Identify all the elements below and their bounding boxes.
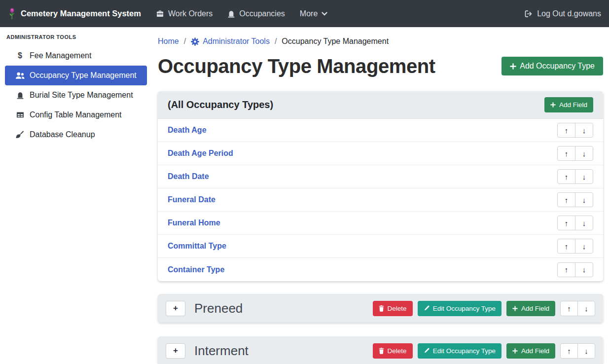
move-down-button[interactable]: ↓ xyxy=(577,301,595,316)
move-down-button[interactable]: ↓ xyxy=(575,262,593,277)
sidebar-item-label: Burial Site Type Management xyxy=(30,91,133,100)
breadcrumb-admin-tools-link[interactable]: Administrator Tools xyxy=(191,37,270,46)
reorder-group: ↑ ↓ xyxy=(557,146,593,161)
nav-work-orders-label: Work Orders xyxy=(168,9,213,18)
move-up-button[interactable]: ↑ xyxy=(560,301,578,316)
pencil-icon xyxy=(424,348,430,354)
add-occupancy-type-button[interactable]: Add Occupancy Type xyxy=(502,57,603,75)
sidebar-item-database-cleanup[interactable]: Database Cleanup xyxy=(5,125,147,145)
app-brand[interactable]: Cemetery Management System xyxy=(8,8,141,20)
reorder-group: ↑ ↓ xyxy=(557,262,593,277)
nav-more[interactable]: More xyxy=(300,9,327,18)
move-down-button[interactable]: ↓ xyxy=(575,123,593,138)
add-field-button[interactable]: Add Field xyxy=(506,343,555,359)
expand-toggle-button[interactable]: + xyxy=(166,301,185,316)
sidebar: Administrator Tools $ Fee Management Occ… xyxy=(0,27,152,364)
down-arrow-icon: ↓ xyxy=(584,304,588,313)
add-field-button[interactable]: Add Field xyxy=(544,97,593,112)
breadcrumb-home-link[interactable]: Home xyxy=(158,37,179,46)
move-down-button[interactable]: ↓ xyxy=(575,169,593,184)
pencil-icon xyxy=(424,305,430,311)
sidebar-item-label: Occupancy Type Management xyxy=(30,71,137,80)
field-link[interactable]: Container Type xyxy=(168,265,224,274)
plus-icon xyxy=(550,102,556,108)
sidebar-item-label: Fee Management xyxy=(30,51,91,60)
move-up-button[interactable]: ↑ xyxy=(557,262,575,277)
table-icon xyxy=(15,111,25,119)
delete-button[interactable]: Delete xyxy=(373,301,413,316)
users-icon xyxy=(15,72,25,79)
move-down-button[interactable]: ↓ xyxy=(575,146,593,161)
move-up-button[interactable]: ↑ xyxy=(560,343,578,359)
edit-occupancy-type-button[interactable]: Edit Occupancy Type xyxy=(418,343,502,359)
expand-toggle-button[interactable]: + xyxy=(166,343,185,359)
edit-label: Edit Occupancy Type xyxy=(433,347,496,355)
trash-icon xyxy=(379,348,384,354)
up-arrow-icon: ↑ xyxy=(565,242,569,251)
up-arrow-icon: ↑ xyxy=(565,126,569,135)
move-up-button[interactable]: ↑ xyxy=(557,192,575,207)
down-arrow-icon: ↓ xyxy=(582,173,586,181)
nav-work-orders[interactable]: Work Orders xyxy=(156,9,213,18)
edit-label: Edit Occupancy Type xyxy=(433,305,496,312)
delete-button[interactable]: Delete xyxy=(373,343,413,359)
sidebar-item-fee-management[interactable]: $ Fee Management xyxy=(5,46,147,66)
up-arrow-icon: ↑ xyxy=(565,196,569,204)
move-up-button[interactable]: ↑ xyxy=(557,146,575,161)
section-actions: Delete Edit Occupancy Type Add Field xyxy=(373,301,595,316)
edit-occupancy-type-button[interactable]: Edit Occupancy Type xyxy=(418,301,502,316)
move-up-button[interactable]: ↑ xyxy=(557,216,575,230)
sidebar-item-label: Config Table Management xyxy=(30,110,122,119)
move-up-button[interactable]: ↑ xyxy=(557,239,575,254)
card-title: (All Occupancy Types) xyxy=(168,99,273,110)
occupancy-type-section-interment: + Interment Delete xyxy=(158,336,603,364)
field-link[interactable]: Death Age Period xyxy=(168,149,233,158)
work-orders-icon xyxy=(156,10,164,17)
add-occupancy-type-label: Add Occupancy Type xyxy=(520,62,595,71)
up-arrow-icon: ↑ xyxy=(567,304,571,313)
sidebar-item-burial-site-type-management[interactable]: Burial Site Type Management xyxy=(5,85,147,105)
move-down-button[interactable]: ↓ xyxy=(575,239,593,254)
field-link[interactable]: Funeral Date xyxy=(168,195,215,204)
logout-icon xyxy=(524,10,533,18)
logout-label: Log Out d.gowans xyxy=(537,9,601,18)
sidebar-item-config-table-management[interactable]: Config Table Management xyxy=(5,105,147,125)
occupancy-type-name: Preneed xyxy=(194,301,243,316)
down-arrow-icon: ↓ xyxy=(582,265,586,274)
down-arrow-icon: ↓ xyxy=(582,126,586,135)
move-down-button[interactable]: ↓ xyxy=(577,343,595,359)
reorder-group: ↑ ↓ xyxy=(557,216,593,230)
field-link[interactable]: Funeral Home xyxy=(168,218,220,227)
reorder-group: ↑ ↓ xyxy=(560,343,595,359)
tombstone-icon xyxy=(15,91,25,99)
broom-icon xyxy=(15,131,25,139)
down-arrow-icon: ↓ xyxy=(582,196,586,204)
move-down-button[interactable]: ↓ xyxy=(575,216,593,230)
sidebar-item-occupancy-type-management[interactable]: Occupancy Type Management xyxy=(5,66,147,85)
field-row: Funeral Date ↑ ↓ xyxy=(158,188,603,212)
field-link[interactable]: Committal Type xyxy=(168,242,226,251)
up-arrow-icon: ↑ xyxy=(565,149,569,158)
move-up-button[interactable]: ↑ xyxy=(557,169,575,184)
dollar-icon: $ xyxy=(15,51,25,60)
up-arrow-icon: ↑ xyxy=(567,347,571,355)
down-arrow-icon: ↓ xyxy=(582,219,586,227)
nav-occupancies[interactable]: Occupancies xyxy=(227,9,285,18)
reorder-group: ↑ ↓ xyxy=(557,192,593,207)
add-field-button[interactable]: Add Field xyxy=(506,301,555,316)
reorder-group: ↑ ↓ xyxy=(557,239,593,254)
down-arrow-icon: ↓ xyxy=(582,242,586,251)
field-row: Funeral Home ↑ ↓ xyxy=(158,212,603,235)
field-link[interactable]: Death Age xyxy=(168,126,207,135)
sidebar-item-label: Database Cleanup xyxy=(30,130,95,139)
gear-icon xyxy=(191,37,199,46)
move-up-button[interactable]: ↑ xyxy=(557,123,575,138)
move-down-button[interactable]: ↓ xyxy=(575,192,593,207)
field-link[interactable]: Death Date xyxy=(168,172,209,181)
field-row: Death Age Period ↑ ↓ xyxy=(158,142,603,165)
breadcrumb-separator: / xyxy=(275,37,277,46)
logout-link[interactable]: Log Out d.gowans xyxy=(524,9,601,18)
all-occupancy-types-card: (All Occupancy Types) Add Field Death Ag… xyxy=(158,91,603,281)
add-field-label: Add Field xyxy=(521,347,549,355)
sidebar-heading: Administrator Tools xyxy=(0,29,152,46)
